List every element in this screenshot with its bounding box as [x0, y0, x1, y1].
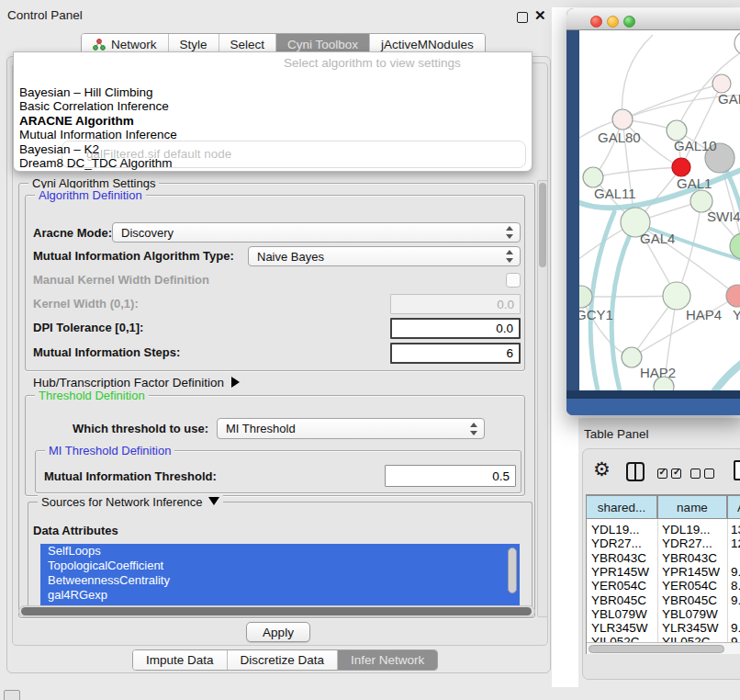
node[interactable]: [734, 31, 740, 55]
table-cell[interactable]: YBR045C: [591, 593, 646, 607]
network-window-titlebar[interactable]: [566, 8, 740, 30]
gear-icon[interactable]: ⚙: [593, 460, 611, 480]
menu-item[interactable]: Bayesian – Hill Climbing: [19, 85, 526, 99]
table-cell[interactable]: 9.: [731, 565, 740, 579]
node-gal11[interactable]: [583, 167, 603, 187]
tab-discretize-data[interactable]: Discretize Data: [228, 650, 339, 670]
float-panel-icon[interactable]: [517, 12, 528, 23]
node-hap4[interactable]: [663, 282, 690, 310]
panel-corner-button[interactable]: [4, 690, 20, 700]
collapse-down-icon: [208, 497, 219, 505]
algorithm-combo-placeholder: Select algorithm to view settings: [284, 56, 461, 70]
settings-vertical-scrollbar[interactable]: [537, 180, 548, 617]
table-cell[interactable]: 9.: [731, 593, 740, 607]
node-gal80[interactable]: [612, 109, 633, 130]
list-item[interactable]: BetweennessCentrality: [40, 573, 520, 588]
tab-infer-network[interactable]: Infer Network: [338, 650, 437, 670]
window-border: [566, 390, 740, 399]
combo-stepper-icon: [505, 226, 513, 239]
node-gal1[interactable]: [672, 158, 690, 176]
column-header[interactable]: shared...: [586, 495, 657, 519]
node[interactable]: [712, 74, 731, 93]
table-cell[interactable]: YLR345W: [662, 621, 719, 635]
network-tab-icon: [93, 39, 106, 51]
table-cell[interactable]: YPR145W: [591, 565, 649, 579]
minimize-window-icon[interactable]: [607, 16, 619, 28]
column-header[interactable]: name: [657, 495, 727, 519]
aracne-mode-label: Aracne Mode:: [33, 226, 112, 240]
mi-threshold-input[interactable]: [385, 465, 516, 487]
table-cell[interactable]: YLR345W: [591, 621, 648, 635]
menu-item[interactable]: Basic Correlation Inference: [19, 99, 526, 113]
table-cell[interactable]: YER054C: [591, 579, 646, 593]
table-panel-title: Table Panel: [584, 427, 649, 441]
scrollbar-thumb[interactable]: [539, 183, 546, 267]
svg-text:GAL11: GAL11: [594, 186, 636, 201]
table-cell[interactable]: YBR043C: [662, 551, 717, 565]
list-item[interactable]: SelfLoops: [40, 544, 520, 559]
mi-type-combo[interactable]: Naive Bayes: [248, 246, 521, 266]
node-hap2[interactable]: [622, 347, 642, 367]
data-attributes-list[interactable]: SelfLoops TopologicalCoefficient Between…: [40, 544, 520, 605]
table-cell[interactable]: YBR045C: [662, 593, 717, 607]
network-view-window[interactable]: GAL80 GAL10 GAL1 GAL11 SWI4 GAL4 GCY1 HA…: [566, 8, 740, 415]
application-window: Control Panel ✕ Network Style Select Cyn…: [0, 0, 740, 700]
svg-text:GAL80: GAL80: [598, 130, 641, 145]
manual-kernel-checkbox[interactable]: [506, 273, 521, 288]
svg-text:GAL4: GAL4: [640, 231, 675, 246]
settings-horizontal-scrollbar[interactable]: [18, 605, 535, 617]
kernel-width-input[interactable]: [390, 294, 521, 314]
table-cell[interactable]: YPR145W: [662, 565, 720, 579]
table-cell[interactable]: YDR27...: [591, 536, 642, 550]
svg-text:SWI4: SWI4: [707, 209, 740, 224]
table-cell[interactable]: 12: [731, 536, 740, 550]
list-item[interactable]: TopologicalCoefficient: [40, 559, 520, 573]
tab-impute-data[interactable]: Impute Data: [133, 650, 228, 670]
which-threshold-label: Which threshold to use:: [73, 422, 208, 435]
table-cell[interactable]: YBL079W: [591, 607, 647, 621]
svg-text:GAL1: GAL1: [677, 175, 712, 191]
mi-type-label: Mutual Information Algorithm Type:: [33, 249, 234, 263]
network-canvas[interactable]: GAL80 GAL10 GAL1 GAL11 SWI4 GAL4 GCY1 HA…: [579, 30, 740, 390]
table-cell[interactable]: 13: [731, 523, 740, 536]
table-cell[interactable]: YDL19...: [662, 523, 711, 536]
sources-title[interactable]: Sources for Network Inference: [38, 495, 223, 509]
table-cell[interactable]: 9.: [731, 621, 740, 635]
menu-item[interactable]: Dream8 DC_TDC Algorithm: [19, 156, 526, 170]
deselect-all-icon[interactable]: [690, 466, 714, 482]
select-all-icon[interactable]: [657, 466, 681, 482]
manual-kernel-label: Manual Kernel Width Definition: [33, 273, 209, 287]
column-header[interactable]: A: [727, 495, 740, 519]
dpi-tolerance-input[interactable]: [390, 318, 521, 339]
table-cell[interactable]: YDL19...: [591, 523, 640, 536]
columns-icon[interactable]: [626, 462, 645, 481]
which-threshold-combo[interactable]: MI Threshold: [217, 418, 485, 439]
table-cell[interactable]: YBL079W: [662, 607, 718, 621]
list-item[interactable]: gal4RGexp: [40, 588, 520, 603]
zoom-window-icon[interactable]: [623, 16, 635, 28]
document-icon[interactable]: [734, 460, 740, 480]
table-cell[interactable]: YDR27...: [662, 536, 712, 550]
table-cell[interactable]: YBR043C: [591, 551, 646, 565]
scrollbar-thumb[interactable]: [21, 607, 532, 615]
aracne-mode-combo[interactable]: Discovery: [112, 222, 521, 243]
table-cell[interactable]: 8.: [731, 579, 740, 593]
svg-text:HAP4: HAP4: [686, 307, 722, 322]
table-cell[interactable]: YER054C: [662, 579, 717, 593]
tab-network-label: Network: [111, 38, 157, 51]
table-horizontal-scrollbar[interactable]: [587, 642, 740, 654]
control-panel-title: Control Panel: [7, 8, 83, 22]
menu-item[interactable]: Bayesian – K2: [19, 142, 526, 156]
menu-item[interactable]: Mutual Information Inference: [19, 128, 526, 141]
mi-steps-input[interactable]: [390, 343, 521, 364]
menu-item-selected[interactable]: ARACNE Algorithm: [19, 114, 526, 128]
hub-definition-toggle[interactable]: Hub/Transcription Factor Definition: [33, 376, 240, 390]
mi-threshold-definition-title: MI Threshold Definition: [45, 444, 174, 457]
apply-button[interactable]: Apply: [246, 622, 310, 642]
mi-steps-label: Mutual Information Steps:: [33, 345, 180, 359]
close-panel-icon[interactable]: ✕: [534, 7, 546, 24]
close-window-icon[interactable]: [590, 16, 602, 28]
attribute-list-scrollbar[interactable]: [508, 548, 517, 593]
scrollbar-thumb[interactable]: [589, 645, 724, 653]
threshold-definition-title: Threshold Definition: [35, 389, 149, 402]
